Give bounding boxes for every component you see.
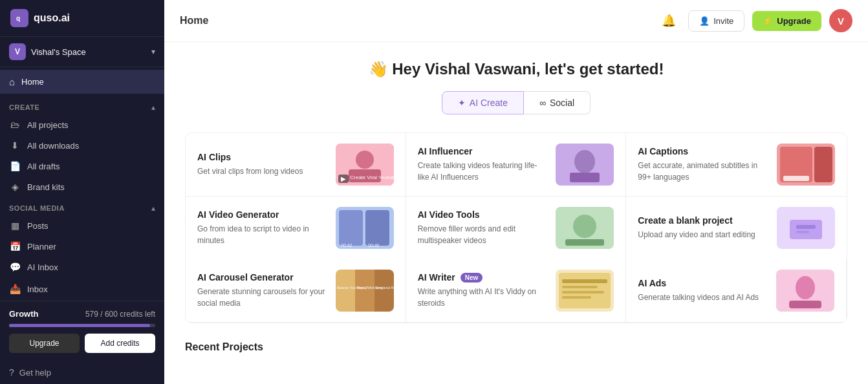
svg-rect-40 <box>789 301 821 308</box>
inbox-label: Inbox <box>27 284 48 294</box>
svg-point-3 <box>356 151 374 169</box>
home-icon: ⌂ <box>9 76 15 87</box>
upgrade-button[interactable]: Upgrade <box>9 334 80 353</box>
tab-social[interactable]: ∞ Social <box>524 91 591 114</box>
credits-text: 579 / 600 credits left <box>85 310 155 319</box>
new-badge: New <box>461 273 483 283</box>
social-section-title: SOCIAL MEDIA <box>9 204 65 212</box>
card-blank-project-desc: Upload any video and start editing <box>638 229 769 240</box>
svg-rect-26 <box>336 270 355 312</box>
card-ai-video-tools[interactable]: AI Video Tools Remove filler words and e… <box>406 197 627 259</box>
card-ai-ads[interactable]: AI Ads Generate talking videos and AI Ad… <box>626 259 847 323</box>
card-ai-influencer-title: AI Influencer <box>418 146 548 156</box>
svg-rect-35 <box>562 286 598 288</box>
invite-user-icon: 👤 <box>699 16 710 26</box>
svg-rect-11 <box>814 147 832 182</box>
card-ai-influencer-desc: Create talking videos featuring life-lik… <box>418 160 548 183</box>
svg-text:q: q <box>16 15 20 22</box>
planner-icon: 📅 <box>9 241 21 251</box>
svg-text:Emotional Resilience: Emotional Resilience <box>376 286 394 290</box>
growth-label: Growth <box>9 309 39 319</box>
workspace-avatar: V <box>9 43 26 60</box>
svg-text:00:40: 00:40 <box>368 243 380 248</box>
page-title: Home <box>180 15 208 27</box>
logo-icon: q <box>10 9 28 27</box>
card-blank-project-thumb <box>777 207 835 249</box>
sidebar-item-posts[interactable]: ▦ Posts <box>0 215 164 236</box>
svg-text:Create Viral Youtube Shorts: Create Viral Youtube Shorts <box>350 175 394 180</box>
social-nav-items: ▦ Posts 📅 Planner 💬 AI Inbox <box>0 215 164 277</box>
recent-projects-title: Recent Projects <box>185 341 847 353</box>
sidebar-item-home[interactable]: ⌂ Home <box>0 70 164 94</box>
card-ai-clips-thumb: Create Viral Youtube Shorts <box>336 144 394 186</box>
svg-rect-21 <box>565 239 604 246</box>
card-ai-clips-title: AI Clips <box>197 152 328 162</box>
card-ai-captions-desc: Get accurate, animated subtitles in 99+ … <box>638 160 769 183</box>
sidebar-item-all-drafts[interactable]: 📄 All drafts <box>0 156 164 176</box>
get-help-label: Get help <box>19 368 51 378</box>
card-ai-video-gen[interactable]: AI Video Generator Go from idea to scrip… <box>186 197 406 259</box>
sidebar: q quso.ai V Vishal's Space ▾ ⌂ Home CREA… <box>0 0 164 384</box>
brand-icon: ◈ <box>9 182 21 192</box>
card-ai-video-gen-title: AI Video Generator <box>197 209 328 220</box>
help-icon: ? <box>9 367 14 378</box>
feature-cards-grid: AI Clips Get viral clips from long video… <box>185 133 847 323</box>
card-ai-video-tools-title: AI Video Tools <box>418 209 548 220</box>
sidebar-item-inbox[interactable]: 📥 Inbox <box>0 277 164 301</box>
svg-text:Steps 2: Steps 2 <box>356 286 367 290</box>
draft-icon: 📄 <box>9 161 21 171</box>
card-ai-video-gen-desc: Go from idea to script to video in minut… <box>197 223 328 246</box>
main-content: Home 🔔 👤 Invite ⚡ Upgrade V 👋 Hey Vishal… <box>164 0 868 384</box>
card-ai-writer[interactable]: AI Writer New Write anything with AI It'… <box>406 259 627 323</box>
user-avatar[interactable]: V <box>829 9 852 32</box>
sidebar-item-planner[interactable]: 📅 Planner <box>0 236 164 257</box>
svg-rect-25 <box>796 231 809 233</box>
sidebar-item-all-downloads[interactable]: ⬇ All downloads <box>0 135 164 156</box>
svg-rect-15 <box>339 210 363 246</box>
card-ai-influencer[interactable]: AI Influencer Create talking videos feat… <box>406 133 627 197</box>
notifications-button[interactable]: 🔔 <box>657 9 680 32</box>
card-ai-ads-thumb <box>776 270 834 312</box>
logo-text: quso.ai <box>34 12 70 24</box>
card-carousel-gen[interactable]: AI Carousel Generator Generate stunning … <box>186 259 406 323</box>
sidebar-item-all-projects[interactable]: 🗁 All projects <box>0 114 164 135</box>
topbar-right: 🔔 👤 Invite ⚡ Upgrade V <box>657 9 852 32</box>
folder-icon: 🗁 <box>9 120 21 130</box>
home-label: Home <box>21 77 44 87</box>
card-ai-influencer-thumb <box>556 144 614 186</box>
logo-row[interactable]: q quso.ai <box>0 0 164 37</box>
greeting-text: 👋 Hey Vishal Vaswani, let's get started! <box>185 60 847 78</box>
svg-rect-23 <box>790 220 822 239</box>
card-carousel-gen-desc: Generate stunning carousels for your soc… <box>197 286 328 309</box>
card-ai-video-gen-thumb: 00:42 00:40 <box>336 207 394 249</box>
svg-rect-34 <box>562 279 607 283</box>
inbox-icon: 📥 <box>9 284 21 294</box>
card-ai-ads-desc: Generate talking videos and AI Ads <box>638 292 768 303</box>
svg-point-39 <box>796 276 815 299</box>
svg-rect-33 <box>559 273 611 308</box>
add-credits-button[interactable]: Add credits <box>85 334 155 353</box>
workspace-selector[interactable]: V Vishal's Space ▾ <box>0 37 164 67</box>
card-ai-writer-thumb <box>556 270 614 312</box>
card-ai-captions[interactable]: AI Captions Get accurate, animated subti… <box>626 133 847 197</box>
card-blank-project-title: Create a blank project <box>638 215 769 226</box>
sidebar-item-ai-inbox[interactable]: 💬 AI Inbox <box>0 257 164 277</box>
svg-rect-27 <box>355 270 374 312</box>
card-ai-clips[interactable]: AI Clips Get viral clips from long video… <box>186 133 406 197</box>
invite-button[interactable]: 👤 Invite <box>688 10 744 32</box>
card-ai-captions-title: AI Captions <box>638 146 769 156</box>
credits-progress-bar <box>9 324 155 327</box>
credits-progress-fill <box>9 324 150 327</box>
sidebar-item-brand-kits[interactable]: ◈ Brand kits <box>0 176 164 197</box>
get-help-item[interactable]: ? Get help <box>0 361 164 384</box>
collapse-social-icon[interactable]: ▴ <box>151 204 155 213</box>
svg-rect-24 <box>796 225 816 229</box>
card-ai-ads-title: AI Ads <box>638 278 768 288</box>
sidebar-bottom: Growth 579 / 600 credits left Upgrade Ad… <box>0 301 164 361</box>
tab-ai-create[interactable]: ✦ AI Create <box>442 91 524 114</box>
card-blank-project[interactable]: Create a blank project Upload any video … <box>626 197 847 259</box>
topbar-upgrade-button[interactable]: ⚡ Upgrade <box>752 11 821 31</box>
sparkle-icon: ✦ <box>458 98 466 108</box>
collapse-create-icon[interactable]: ▴ <box>151 103 155 112</box>
card-ai-video-tools-desc: Remove filler words and edit multispeake… <box>418 223 548 246</box>
